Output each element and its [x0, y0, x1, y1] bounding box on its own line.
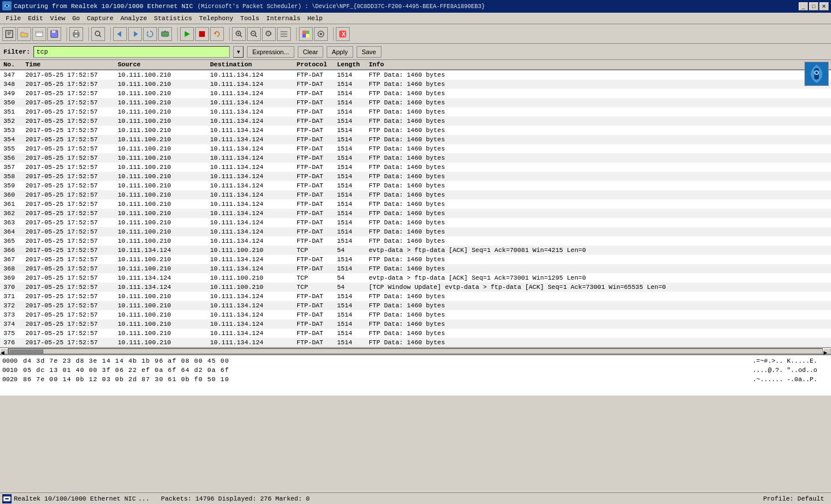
table-row[interactable]: 363 2017-05-25 17:52:57 10.111.100.210 1… [0, 218, 831, 227]
reload-button[interactable] [143, 27, 157, 41]
table-row[interactable]: 369 2017-05-25 17:52:57 10.111.134.124 1… [0, 273, 831, 283]
scroll-right-btn[interactable]: ▶ [823, 348, 831, 354]
table-row[interactable]: 366 2017-05-25 17:52:57 10.111.134.124 1… [0, 246, 831, 255]
table-row[interactable]: 374 2017-05-25 17:52:57 10.111.100.210 1… [0, 319, 831, 329]
packet-source: 10.111.100.210 [118, 238, 210, 245]
table-row[interactable]: 347 2017-05-25 17:52:57 10.111.100.210 1… [0, 70, 831, 80]
h-scrollbar-track[interactable] [8, 348, 823, 354]
table-row[interactable]: 354 2017-05-25 17:52:57 10.111.100.210 1… [0, 135, 831, 144]
packet-len: 1514 [337, 182, 369, 189]
new-button[interactable] [2, 27, 16, 41]
table-row[interactable]: 365 2017-05-25 17:52:57 10.111.100.210 1… [0, 236, 831, 246]
close-cap-button[interactable] [32, 27, 46, 41]
table-row[interactable]: 349 2017-05-25 17:52:57 10.111.100.210 1… [0, 89, 831, 98]
horizontal-scrollbar[interactable]: ◀ ▶ [0, 347, 831, 354]
table-row[interactable]: 375 2017-05-25 17:52:57 10.111.100.210 1… [0, 329, 831, 338]
start-capture-button[interactable] [180, 27, 194, 41]
packet-proto: FTP-DAT [297, 311, 337, 318]
table-row[interactable]: 352 2017-05-25 17:52:57 10.111.100.210 1… [0, 116, 831, 126]
find-button[interactable] [91, 27, 105, 41]
menu-telephony[interactable]: Telephony [196, 14, 237, 23]
capture-interfaces-button[interactable] [158, 27, 172, 41]
packet-info: FTP Data: 1460 bytes [369, 228, 829, 235]
table-row[interactable]: 357 2017-05-25 17:52:57 10.111.100.210 1… [0, 163, 831, 172]
preferences-button[interactable] [314, 27, 328, 41]
table-row[interactable]: 372 2017-05-25 17:52:57 10.111.100.210 1… [0, 301, 831, 310]
table-row[interactable]: 364 2017-05-25 17:52:57 10.111.100.210 1… [0, 227, 831, 236]
table-row[interactable]: 367 2017-05-25 17:52:57 10.111.100.210 1… [0, 255, 831, 264]
menu-file[interactable]: File [2, 14, 24, 23]
packet-time: 2017-05-25 17:52:57 [25, 265, 118, 272]
packet-time: 2017-05-25 17:52:57 [25, 238, 118, 245]
stop-capture-button[interactable] [195, 27, 209, 41]
apply-button[interactable]: Apply [327, 46, 353, 58]
packet-source: 10.111.100.210 [118, 293, 210, 300]
table-row[interactable]: 358 2017-05-25 17:52:57 10.111.100.210 1… [0, 172, 831, 181]
open-button[interactable] [17, 27, 31, 41]
packet-dest: 10.111.134.124 [210, 201, 297, 208]
help-button[interactable]: X [336, 27, 350, 41]
zoom-normal-button[interactable]: 1:1 [262, 27, 276, 41]
minimize-button[interactable]: _ [799, 2, 808, 10]
scroll-left-btn[interactable]: ◀ [0, 348, 8, 354]
table-row[interactable]: 350 2017-05-25 17:52:57 10.111.100.210 1… [0, 98, 831, 107]
packet-no: 369 [2, 274, 25, 281]
menu-analyze[interactable]: Analyze [117, 14, 151, 23]
packet-info: FTP Data: 1460 bytes [369, 311, 829, 318]
packet-info: FTP Data: 1460 bytes [369, 136, 829, 143]
menu-go[interactable]: Go [69, 14, 83, 23]
hex-offset: 0020 [2, 376, 23, 383]
table-row[interactable]: 355 2017-05-25 17:52:57 10.111.100.210 1… [0, 144, 831, 153]
print-button[interactable] [69, 27, 83, 41]
packet-time: 2017-05-25 17:52:57 [25, 136, 118, 143]
table-row[interactable]: 353 2017-05-25 17:52:57 10.111.100.210 1… [0, 126, 831, 135]
zoom-out-button[interactable] [247, 27, 261, 41]
menu-internals[interactable]: Internals [263, 14, 304, 23]
toolbar-separator-3 [107, 27, 111, 41]
coloring-rules-button[interactable] [299, 27, 313, 41]
table-row[interactable]: 371 2017-05-25 17:52:57 10.111.100.210 1… [0, 292, 831, 301]
packet-dest: 10.111.100.210 [210, 247, 297, 254]
filter-dropdown-btn[interactable]: ▼ [233, 46, 244, 58]
resize-cols-button[interactable] [277, 27, 291, 41]
menu-view[interactable]: View [47, 14, 69, 23]
menu-statistics[interactable]: Statistics [151, 14, 196, 23]
back-button[interactable] [113, 27, 127, 41]
filter-input[interactable] [33, 46, 230, 58]
restart-button[interactable] [210, 27, 224, 41]
col-header-time: Time [25, 61, 118, 68]
table-row[interactable]: 360 2017-05-25 17:52:57 10.111.100.210 1… [0, 190, 831, 200]
table-row[interactable]: 359 2017-05-25 17:52:57 10.111.100.210 1… [0, 181, 831, 190]
table-row[interactable]: 373 2017-05-25 17:52:57 10.111.100.210 1… [0, 310, 831, 319]
packet-no: 361 [2, 201, 25, 208]
table-row[interactable]: 370 2017-05-25 17:52:57 10.111.134.124 1… [0, 283, 831, 292]
expression-button[interactable]: Expression... [247, 46, 294, 58]
packet-len: 1514 [337, 191, 369, 198]
forward-button[interactable] [128, 27, 142, 41]
menu-tools[interactable]: Tools [237, 14, 263, 23]
save-button[interactable] [47, 27, 61, 41]
packet-no: 349 [2, 90, 25, 97]
clear-button[interactable]: Clear [298, 46, 323, 58]
table-row[interactable]: 361 2017-05-25 17:52:57 10.111.100.210 1… [0, 200, 831, 209]
packet-source: 10.111.100.210 [118, 173, 210, 180]
menubar: File Edit View Go Capture Analyze Statis… [0, 13, 831, 24]
save-filter-button[interactable]: Save [357, 46, 381, 58]
table-row[interactable]: 356 2017-05-25 17:52:57 10.111.100.210 1… [0, 153, 831, 163]
packet-list[interactable]: 347 2017-05-25 17:52:57 10.111.100.210 1… [0, 70, 831, 347]
packet-time: 2017-05-25 17:52:57 [25, 118, 118, 125]
close-button[interactable]: ✕ [819, 2, 829, 10]
table-row[interactable]: 376 2017-05-25 17:52:57 10.111.100.210 1… [0, 338, 831, 347]
zoom-in-button[interactable] [232, 27, 246, 41]
table-row[interactable]: 351 2017-05-25 17:52:57 10.111.100.210 1… [0, 107, 831, 116]
menu-edit[interactable]: Edit [24, 14, 46, 23]
svg-rect-21 [199, 31, 205, 37]
menu-capture[interactable]: Capture [83, 14, 117, 23]
menu-help[interactable]: Help [304, 14, 326, 23]
table-row[interactable]: 348 2017-05-25 17:52:57 10.111.100.210 1… [0, 80, 831, 89]
svg-text:X: X [342, 31, 346, 37]
h-scrollbar-thumb[interactable] [9, 349, 43, 353]
maximize-button[interactable]: □ [809, 2, 818, 10]
table-row[interactable]: 362 2017-05-25 17:52:57 10.111.100.210 1… [0, 209, 831, 218]
table-row[interactable]: 368 2017-05-25 17:52:57 10.111.100.210 1… [0, 264, 831, 273]
